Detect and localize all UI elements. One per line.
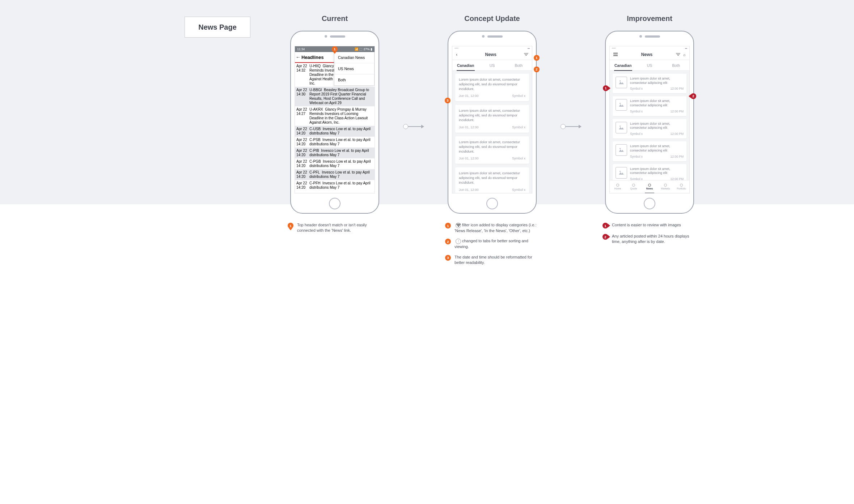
- card-text: Lorem ipsum dolor sit amet, consectetur …: [630, 77, 684, 85]
- header-title: News: [485, 52, 496, 57]
- home-button[interactable]: [329, 198, 341, 209]
- phone-hardware: [639, 35, 660, 38]
- news-card[interactable]: Lorem ipsum dolor sit amet, consectetur …: [455, 136, 529, 164]
- news-card[interactable]: Lorem ipsum dolor sit amet, consectetur …: [613, 74, 686, 93]
- card-date: Jun 01, 12:00: [459, 125, 479, 129]
- nav-item-markets[interactable]: Markets: [658, 180, 673, 193]
- card-symbol: Symbol x: [630, 177, 643, 180]
- note: 2 Any articled posted within 24 hours di…: [603, 234, 697, 244]
- list-item-datetime: Apr 2214:20: [296, 149, 309, 157]
- menu-item[interactable]: Canadian News: [334, 52, 374, 63]
- nav-item-home[interactable]: Home: [610, 180, 626, 193]
- note: 1 Top header doesn't match or isn't easi…: [288, 222, 382, 233]
- status-battery: 📶 ⬚ 27% ▮: [355, 47, 372, 51]
- list-item-text: U-AKRX Glancy Prongay & Murray Reminds I…: [309, 107, 373, 125]
- tab-canadian[interactable]: Canadian: [610, 60, 636, 71]
- card-thumbnail: [616, 167, 627, 179]
- news-card[interactable]: Lorem ipsum dolor sit amet, consectetur …: [455, 74, 529, 101]
- heading-improvement: Improvement: [627, 14, 672, 23]
- search-icon[interactable]: ⌕: [683, 52, 686, 57]
- card-text: Lorem ipsum dolor sit amet, consectetur …: [459, 171, 525, 185]
- news-card[interactable]: Lorem ipsum dolor sit amet, consectetur …: [613, 164, 686, 180]
- tab-both[interactable]: Both: [663, 60, 689, 71]
- menu-icon[interactable]: [613, 52, 618, 57]
- card-text: Lorem ipsum dolor sit amet, consectetur …: [630, 122, 684, 130]
- svg-point-4: [620, 171, 621, 172]
- card-text: Lorem ipsum dolor sit amet, consectetur …: [459, 77, 525, 91]
- news-card[interactable]: Lorem ipsum dolor sit amet, consectetur …: [455, 167, 529, 193]
- card-text: Lorem ipsum dolor sit amet, consectetur …: [459, 140, 525, 154]
- news-body[interactable]: Lorem ipsum dolor sit amet, consectetur …: [452, 71, 532, 193]
- page-label: News Page: [198, 23, 237, 31]
- home-button[interactable]: [644, 198, 655, 209]
- list-item[interactable]: Apr 2214:20C-PFL Invesco Low et al. to p…: [295, 169, 375, 180]
- list-item-text: C-PIB Invesco Low et al. to pay April di…: [309, 149, 373, 157]
- header-title: News: [641, 52, 652, 57]
- nav-label: News: [646, 187, 653, 190]
- back-icon[interactable]: ‹: [456, 52, 457, 57]
- column-current: Current 11:34 📶 ⬚ 27% ▮ ← Headlines Cana…: [289, 14, 380, 238]
- flow-arrow-1: [399, 36, 428, 217]
- phone-improvement: •••••▬ News ⌕ Canadian US Both: [605, 31, 694, 214]
- card-symbol: Symbol x: [512, 125, 525, 129]
- tab-us[interactable]: US: [636, 60, 663, 71]
- notes-improvement: 1 Content is easier to review with image…: [603, 222, 697, 249]
- list-item[interactable]: Apr 2214:30U-BBGI Beasley Broadcast Grou…: [295, 87, 375, 106]
- screen-improvement: •••••▬ News ⌕ Canadian US Both: [609, 46, 690, 193]
- app-header: News ⌕: [610, 49, 689, 60]
- card-symbol: Symbol x: [512, 157, 525, 160]
- more-icon: ⋮: [456, 239, 461, 244]
- nav-item-portfolio[interactable]: Portfolio: [673, 180, 689, 193]
- tab-us[interactable]: US: [479, 60, 505, 71]
- list-item[interactable]: Apr 2214:20C-PSB Invesco Low et al. to p…: [295, 137, 375, 148]
- list-item[interactable]: Apr 2214:20C-USB Invesco Low et al. to p…: [295, 126, 375, 137]
- menu-item[interactable]: US News: [334, 63, 374, 74]
- card-symbol: Symbol x: [630, 87, 643, 90]
- card-date: Jun 01, 12:00: [459, 157, 479, 160]
- svg-point-3: [620, 148, 621, 149]
- list-item-datetime: Apr 2214:20: [296, 159, 309, 168]
- list-item[interactable]: Apr 2214:20C-PGB Invesco Low et al. to p…: [295, 158, 375, 169]
- filter-icon: [456, 223, 461, 228]
- status-dots: •••••▬: [452, 46, 532, 49]
- card-date: Jun 01, 12:00: [459, 94, 479, 98]
- menu-item[interactable]: Both: [334, 74, 374, 85]
- column-concept: Concept Update •••••▬ ‹ News Canadian US…: [447, 14, 537, 270]
- list-item-datetime: Apr 2214:32: [296, 64, 309, 86]
- news-card[interactable]: Lorem ipsum dolor sit amet, consectetur …: [455, 105, 529, 132]
- home-button[interactable]: [486, 198, 498, 209]
- nav-label: Markets: [661, 187, 670, 190]
- image-placeholder-icon: [618, 101, 625, 108]
- image-placeholder-icon: [618, 124, 625, 131]
- card-thumbnail: [616, 122, 627, 133]
- news-body[interactable]: Lorem ipsum dolor sit amet, consectetur …: [610, 71, 689, 180]
- nav-label: Home: [614, 187, 621, 190]
- note-marker: 2: [603, 234, 608, 240]
- back-icon[interactable]: ←: [295, 54, 301, 60]
- heading-current: Current: [322, 14, 348, 23]
- filter-icon[interactable]: [524, 52, 528, 56]
- list-item-datetime: Apr 2214:27: [296, 107, 309, 125]
- card-thumbnail: [616, 77, 627, 88]
- nav-item-quote[interactable]: Quote: [626, 180, 642, 193]
- list-item[interactable]: Apr 2214:20C-PIB Invesco Low et al. to p…: [295, 148, 375, 158]
- news-card[interactable]: Lorem ipsum dolor sit amet, consectetur …: [613, 119, 686, 138]
- news-card[interactable]: Lorem ipsum dolor sit amet, consectetur …: [613, 96, 686, 116]
- list-item[interactable]: Apr 2214:27U-AKRX Glancy Prongay & Murra…: [295, 106, 375, 126]
- news-card[interactable]: Lorem ipsum dolor sit amet, consectetur …: [613, 141, 686, 161]
- nav-label: Portfolio: [677, 187, 686, 190]
- screen-concept: •••••▬ ‹ News Canadian US Both Lorem ips…: [452, 46, 532, 193]
- list-item[interactable]: Apr 2214:20C-PFH Invesco Low et al. to p…: [295, 180, 375, 191]
- app-header: ‹ News: [452, 49, 532, 60]
- nav-item-news[interactable]: News: [642, 180, 658, 193]
- card-text: Lorem ipsum dolor sit amet, consectetur …: [459, 108, 525, 122]
- screen-current: 11:34 📶 ⬚ 27% ▮ ← Headlines Canadian New…: [295, 46, 375, 193]
- tab-both[interactable]: Both: [506, 60, 532, 71]
- list-item-datetime: Apr 2214:30: [296, 88, 309, 105]
- image-placeholder-icon: [618, 79, 625, 86]
- tab-canadian[interactable]: Canadian: [452, 60, 479, 71]
- note-text: filter icon added to display categories …: [455, 222, 539, 233]
- card-text: Lorem ipsum dolor sit amet, consectetur …: [630, 167, 684, 175]
- card-time: 12:00 PM: [671, 177, 684, 180]
- filter-icon[interactable]: [676, 52, 680, 56]
